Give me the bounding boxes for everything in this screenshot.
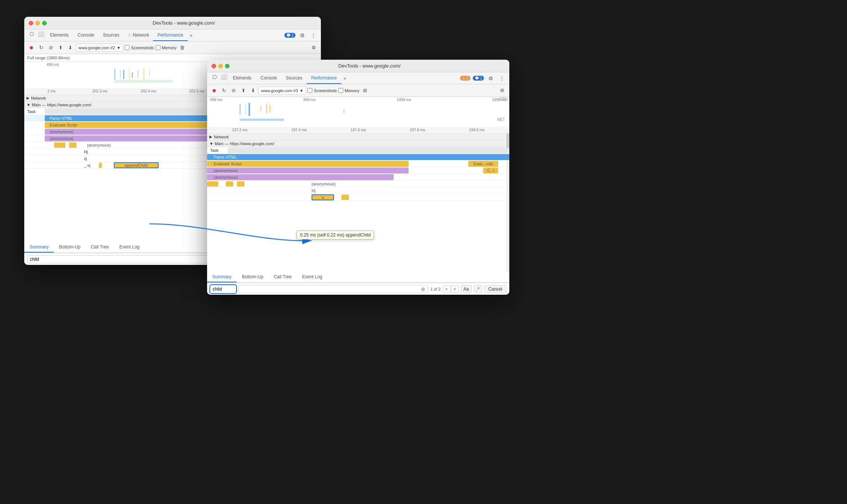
window-title-2: DevTools - www.google.com/ bbox=[234, 63, 505, 69]
close-button-2[interactable] bbox=[212, 64, 216, 68]
clear-btn-1[interactable]: ⊘ bbox=[47, 44, 55, 52]
main-header-2[interactable]: ▼ Main — https://www.google.com/ bbox=[207, 140, 509, 147]
download-btn-1[interactable]: ⬇ bbox=[66, 44, 74, 52]
clear-btn-2[interactable]: ⊘ bbox=[229, 87, 238, 95]
memory-check-1[interactable]: Memory bbox=[156, 45, 177, 50]
title-bar-1: DevTools - www.google.com/ bbox=[24, 17, 321, 29]
dot-button-2[interactable]: .* bbox=[474, 285, 482, 293]
tab-bar-2: ⬡ ⬜ Elements Console Sources Performance… bbox=[207, 72, 509, 84]
aa-button-2[interactable]: Aa bbox=[461, 285, 472, 293]
nav-buttons-2: ∧ ∨ bbox=[443, 285, 459, 293]
settings-icon-2[interactable]: ⚙ bbox=[486, 74, 495, 83]
svg-rect-5 bbox=[138, 71, 138, 78]
j-row-2[interactable]: j a bbox=[207, 194, 509, 201]
upload-btn-1[interactable]: ⬆ bbox=[56, 44, 65, 52]
sub-bar-2c bbox=[237, 181, 244, 187]
nav-down-2[interactable]: ∨ bbox=[451, 285, 459, 293]
tab-eventlog-2[interactable]: Event Log bbox=[297, 272, 328, 282]
svg-rect-15 bbox=[240, 119, 284, 121]
search-clear-2[interactable]: ⊗ bbox=[421, 286, 425, 292]
tab-more-2[interactable]: » bbox=[341, 72, 349, 84]
parse-html-row-2[interactable]: Parse HTML bbox=[207, 154, 509, 160]
ruler-marks-2: 197.2 ms 197.4 ms 197.6 ms 197.8 ms 198.… bbox=[210, 128, 506, 132]
ruler-1974ms: 197.4 ms bbox=[269, 128, 329, 132]
memory-check-2[interactable]: Memory bbox=[338, 88, 360, 93]
cursor-icon[interactable]: ⬡ bbox=[27, 29, 36, 38]
url-selector-1[interactable]: www.google.com #2 ▼ bbox=[76, 44, 123, 52]
tab-more-1[interactable]: » bbox=[188, 29, 195, 41]
tab-actions-2: ⚠ 2 💬 1 ⚙ ⋮ bbox=[460, 72, 506, 84]
tab-console-2[interactable]: Console bbox=[256, 72, 281, 84]
eval-script-row-2[interactable]: Evaluate Script Evalu...cript bbox=[207, 160, 509, 167]
append-child-bar-1[interactable]: appendChild bbox=[114, 162, 159, 168]
search-input-wrap-2[interactable] bbox=[210, 285, 236, 293]
ruler-1972ms: 197.2 ms bbox=[210, 128, 269, 132]
sub-row-2[interactable]: (anonymous) bbox=[207, 181, 509, 187]
more-icon-2[interactable]: ⋮ bbox=[497, 74, 506, 83]
tab-bottomup-1[interactable]: Bottom-Up bbox=[54, 242, 85, 253]
settings-rec-1[interactable]: ⚙ bbox=[310, 44, 318, 52]
settings-rec-2[interactable]: ⚙ bbox=[498, 87, 506, 95]
append-child-bar-2[interactable]: a bbox=[312, 194, 334, 200]
flame-area-2[interactable]: ▶ Network ▼ Main — https://www.google.co… bbox=[207, 134, 509, 272]
grid-btn-2[interactable]: ⊞ bbox=[361, 87, 369, 95]
screenshots-check-2[interactable]: Screenshots bbox=[307, 88, 337, 93]
nav-up-2[interactable]: ∧ bbox=[443, 285, 450, 293]
sub-bar-2a bbox=[207, 181, 218, 187]
tab-elements-1[interactable]: Elements bbox=[46, 29, 73, 41]
settings-icon-1[interactable]: ⚙ bbox=[298, 31, 307, 40]
minimize-button-1[interactable] bbox=[35, 21, 40, 25]
upload-btn-2[interactable]: ⬆ bbox=[239, 87, 247, 95]
scroll-thumb-2[interactable] bbox=[506, 134, 509, 148]
minimize-button-2[interactable] bbox=[218, 64, 223, 68]
search-input-2[interactable] bbox=[213, 287, 234, 292]
ruler-1978ms: 197.8 ms bbox=[388, 128, 447, 132]
tab-bottomup-2[interactable]: Bottom-Up bbox=[237, 272, 268, 282]
hj-row-2[interactable]: Hj bbox=[207, 187, 509, 194]
warning-icon-1: ⚠ bbox=[128, 32, 132, 38]
reload-btn-1[interactable]: ↻ bbox=[37, 44, 45, 52]
search-rest-2[interactable]: ⊗ bbox=[238, 285, 428, 293]
record-btn-2[interactable]: ⏺ bbox=[210, 87, 218, 95]
network-arrow-1: ▶ bbox=[26, 96, 29, 100]
small-bar-1 bbox=[99, 163, 102, 168]
tab-calltree-2[interactable]: Call Tree bbox=[269, 272, 297, 282]
close-button-1[interactable] bbox=[29, 21, 33, 25]
cancel-button-2[interactable]: Cancel bbox=[484, 285, 506, 293]
content-area-2: 499 ms 999 ms 1499 ms 1999 ms CPU bbox=[207, 97, 509, 295]
tab-summary-2[interactable]: Summary bbox=[207, 272, 237, 282]
reload-btn-2[interactable]: ↻ bbox=[220, 87, 228, 95]
tab-performance-2[interactable]: Performance bbox=[307, 72, 341, 84]
url-selector-2[interactable]: www.google.com #3 ▼ bbox=[259, 87, 306, 95]
trash-btn-1[interactable]: 🗑 bbox=[178, 44, 186, 52]
tab-sources-2[interactable]: Sources bbox=[281, 72, 307, 84]
tab-elements-2[interactable]: Elements bbox=[228, 72, 256, 84]
download-btn-2[interactable]: ⬇ bbox=[249, 87, 257, 95]
anon-row-2b[interactable]: (anonymous) bbox=[207, 174, 509, 181]
inspect-icon[interactable]: ⬜ bbox=[36, 29, 45, 38]
tab-sources-1[interactable]: Sources bbox=[99, 29, 124, 41]
mini-timeline-2[interactable]: 499 ms 999 ms 1499 ms 1999 ms CPU bbox=[207, 97, 509, 127]
maximize-button-1[interactable] bbox=[42, 21, 47, 25]
tab-summary-1[interactable]: Summary bbox=[24, 242, 54, 253]
cursor-icon-2[interactable]: ⬡ bbox=[210, 72, 219, 81]
window-title-1: DevTools - www.google.com/ bbox=[51, 20, 316, 26]
maximize-button-2[interactable] bbox=[225, 64, 229, 68]
inspect-icon-2[interactable]: ⬜ bbox=[219, 72, 228, 81]
tab-network-1[interactable]: ⚠ Network bbox=[124, 29, 153, 41]
tab-performance-1[interactable]: Performance bbox=[153, 29, 188, 41]
ruler-2ms: 2 ms bbox=[27, 89, 76, 93]
marker-499-2: 499 ms bbox=[210, 98, 222, 102]
anon3-2: (anonymous) bbox=[312, 182, 335, 186]
timeline-chart-2[interactable]: NET bbox=[210, 102, 506, 122]
screenshots-check-1[interactable]: Screenshots bbox=[125, 45, 154, 50]
network-header-2[interactable]: ▶ Network bbox=[207, 134, 509, 140]
more-icon-1[interactable]: ⋮ bbox=[309, 31, 318, 40]
svg-rect-9 bbox=[240, 104, 240, 115]
tab-console-1[interactable]: Console bbox=[73, 29, 99, 41]
anon-row-2a[interactable]: (anonymous) C...t bbox=[207, 167, 509, 174]
tab-calltree-1[interactable]: Call Tree bbox=[86, 242, 114, 253]
record-btn-1[interactable]: ⏺ bbox=[27, 44, 35, 52]
tab-eventlog-1[interactable]: Event Log bbox=[114, 242, 145, 253]
marker-499-1: 499 ms bbox=[47, 63, 59, 67]
